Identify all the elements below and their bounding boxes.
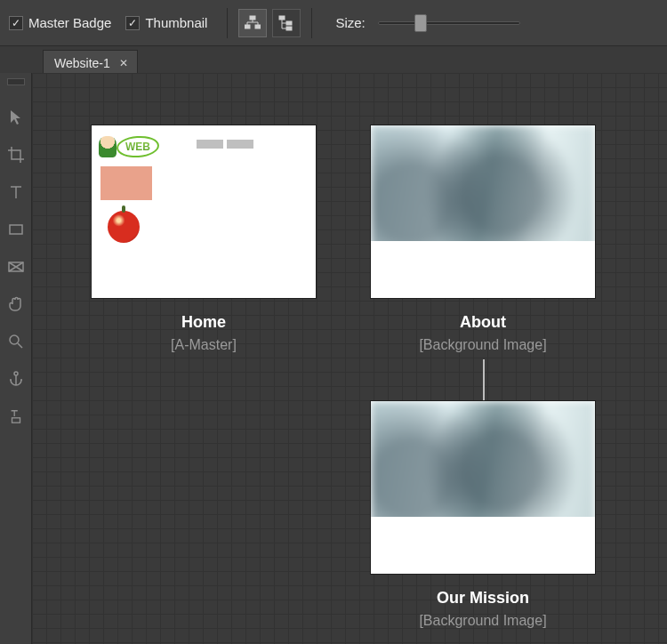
apple-image-icon — [108, 211, 140, 243]
document-tabs: Website-1 ✕ — [0, 46, 667, 73]
page-thumbnail[interactable]: WEB — [91, 125, 317, 299]
svg-rect-12 — [286, 27, 292, 30]
thumbnail-checkbox[interactable]: Thumbnail — [125, 15, 207, 30]
master-badge-checkbox[interactable]: Master Badge — [9, 15, 111, 30]
crop-tool-icon — [7, 146, 25, 164]
logo-icon: WEB — [99, 134, 186, 159]
svg-rect-17 — [12, 418, 20, 423]
svg-rect-13 — [10, 225, 22, 234]
svg-rect-6 — [255, 25, 261, 28]
rectangle-tool-icon — [7, 221, 25, 238]
checkbox-icon — [125, 16, 140, 30]
selection-tool-icon — [7, 109, 25, 126]
content-block — [100, 166, 152, 200]
hand-tool-icon — [7, 295, 25, 313]
tab-title: Website-1 — [54, 56, 110, 70]
close-icon[interactable]: ✕ — [119, 57, 128, 69]
master-badge-label: [Background Image] — [370, 337, 596, 353]
page-card-home[interactable]: WEBHome[A-Master] — [91, 125, 317, 353]
plan-canvas[interactable]: WEBHome[A-Master]About[Background Image]… — [32, 73, 667, 644]
zoom-tool-icon — [7, 333, 25, 350]
text-tool-icon — [7, 183, 25, 201]
zoom-tool[interactable] — [5, 331, 27, 352]
rectangle-frame-tool[interactable] — [5, 256, 27, 278]
master-badge-label: [Background Image] — [370, 613, 596, 629]
text-link-tool[interactable] — [5, 406, 27, 427]
panel-grip-icon[interactable] — [7, 78, 25, 85]
page-card-mission[interactable]: Our Mission[Background Image] — [370, 400, 596, 629]
separator — [227, 8, 228, 38]
checkbox-icon — [9, 16, 23, 30]
workspace: WEBHome[A-Master]About[Background Image]… — [0, 73, 667, 644]
slider-track — [378, 21, 520, 25]
crop-tool[interactable] — [5, 144, 27, 165]
page-name: About — [370, 313, 596, 332]
content-area — [371, 241, 595, 298]
selection-tool[interactable] — [5, 107, 27, 128]
sitemap-vertical-icon — [278, 15, 294, 31]
sitemap-horizontal-icon — [245, 15, 261, 31]
rectangle-tool[interactable] — [5, 219, 27, 240]
slider-thumb-icon[interactable] — [414, 14, 427, 32]
svg-point-16 — [14, 372, 18, 375]
anchor-tool[interactable] — [5, 368, 27, 390]
text-link-tool-icon — [8, 407, 24, 425]
options-bar: Master Badge Thumbnail Size: — [0, 0, 667, 46]
size-label: Size: — [335, 15, 365, 30]
rectangle-frame-tool-icon — [7, 258, 25, 276]
svg-rect-7 — [279, 16, 285, 20]
svg-rect-0 — [250, 16, 255, 20]
anchor-tool-icon — [7, 370, 25, 388]
page-connector — [483, 359, 485, 400]
master-badge-label: Master Badge — [28, 15, 111, 30]
svg-point-15 — [10, 335, 19, 344]
separator — [311, 8, 312, 38]
horizontal-plan-button[interactable] — [238, 9, 267, 37]
page-card-about[interactable]: About[Background Image] — [370, 125, 596, 353]
text-tool[interactable] — [5, 181, 27, 203]
svg-rect-5 — [245, 25, 250, 28]
tool-rail — [0, 73, 32, 644]
tab-website-1[interactable]: Website-1 ✕ — [43, 50, 138, 73]
page-name: Home — [91, 313, 317, 332]
thumbnail-label: Thumbnail — [145, 15, 207, 30]
master-badge-label: [A-Master] — [91, 337, 317, 353]
size-slider[interactable] — [378, 16, 520, 30]
nav-placeholder — [197, 140, 253, 149]
page-name: Our Mission — [370, 589, 596, 608]
svg-rect-11 — [286, 21, 292, 25]
page-thumbnail[interactable] — [370, 125, 596, 299]
page-thumbnail[interactable] — [370, 400, 596, 575]
content-area — [371, 517, 595, 574]
hand-tool[interactable] — [5, 294, 27, 315]
vertical-plan-button[interactable] — [272, 9, 301, 37]
